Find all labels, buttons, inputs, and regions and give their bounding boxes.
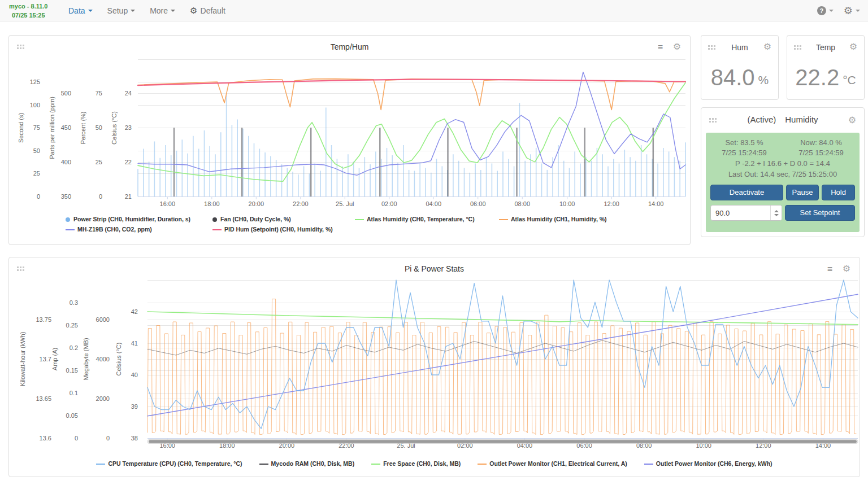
measurement-value: 84.0 % xyxy=(701,60,778,94)
number-spinner[interactable] xyxy=(770,206,782,220)
temphum-chart-plot[interactable]: 0255075100125Second (s)350400450500Parts… xyxy=(9,36,690,211)
legend-marker-line xyxy=(371,464,380,465)
spinner-up-icon xyxy=(774,210,779,212)
legend-marker-line xyxy=(66,229,75,230)
widget-hum: Hum ⚙ 84.0 % xyxy=(701,35,779,100)
pid-terms-text: P -2.2 + I 16.6 + D 0.0 = 14.4 xyxy=(706,158,860,169)
hum-value: 84.0 xyxy=(711,65,755,90)
legend-label: CPU Temperature (CPU) (CH0, Temperature,… xyxy=(108,460,242,468)
widget-temphum-chart: Temp/Hum ≡ ⚙ 0255075100125Second (s)3504… xyxy=(8,35,691,245)
spinner-down-icon xyxy=(774,214,779,216)
svg-text:24: 24 xyxy=(125,90,132,97)
svg-text:50: 50 xyxy=(96,124,102,131)
legend-item[interactable]: PID Hum (Setpoint) (CH0, Humidity, %) xyxy=(212,225,333,234)
set-setpoint-button[interactable]: Set Setpoint xyxy=(785,205,855,221)
legend-item[interactable]: Mycodo RAM (CH0, Disk, MB) xyxy=(259,460,355,468)
gear-icon[interactable]: ⚙ xyxy=(849,42,857,51)
svg-text:Second (s): Second (s) xyxy=(18,113,24,143)
svg-text:25: 25 xyxy=(33,170,40,177)
settings-menu[interactable]: ⚙ xyxy=(844,6,860,16)
top-navbar: myco - 8.11.0 07/25 15:25 Data Setup Mor… xyxy=(0,0,868,21)
svg-text:18:00: 18:00 xyxy=(204,200,220,207)
pid-setpoint-text: Set: 83.5 % xyxy=(706,138,783,148)
svg-text:Celsius (°C): Celsius (°C) xyxy=(111,111,118,145)
chevron-down-icon xyxy=(88,10,93,12)
temp-value: 22.2 xyxy=(795,65,839,90)
nav-item-label: Default xyxy=(201,6,225,15)
svg-text:21: 21 xyxy=(125,193,132,200)
legend-marker-line xyxy=(96,464,105,465)
legend-marker-line xyxy=(499,219,508,220)
svg-text:40: 40 xyxy=(131,372,138,378)
nav-item-more[interactable]: More xyxy=(142,6,183,15)
chart-legend: CPU Temperature (CPU) (CH0, Temperature,… xyxy=(9,460,860,470)
chevron-down-icon xyxy=(829,10,834,12)
svg-text:0: 0 xyxy=(106,435,110,442)
svg-text:16:00: 16:00 xyxy=(160,200,176,207)
gear-icon[interactable]: ⚙ xyxy=(763,42,771,51)
legend-item[interactable]: Fan (CH0, Duty Cycle, %) xyxy=(212,215,355,224)
deactivate-button[interactable]: Deactivate xyxy=(710,185,783,200)
legend-marker-line xyxy=(355,219,364,220)
legend-label: PID Hum (Setpoint) (CH0, Humidity, %) xyxy=(224,225,333,234)
svg-text:02:00: 02:00 xyxy=(381,200,397,207)
widget-pid-humidity: (Active)Humidity ⚙ Set: 83.5 % Now: 84.0… xyxy=(701,107,865,237)
legend-label: Outlet Power Monitor (CH6, Energy, kWh) xyxy=(656,460,772,468)
legend-label: Outlet Power Monitor (CH1, Electrical Cu… xyxy=(489,460,627,468)
legend-item[interactable]: MH-Z19B (CH0, CO2, ppm) xyxy=(66,225,212,234)
svg-text:14:00: 14:00 xyxy=(648,200,664,207)
legend-item[interactable]: Atlas Humidity (CH1, Humidity, %) xyxy=(499,215,607,224)
legend-item[interactable]: Atlas Humidity (CH0, Temperature, °C) xyxy=(355,215,499,224)
svg-text:20:00: 20:00 xyxy=(249,200,264,207)
legend-item[interactable]: Outlet Power Monitor (CH1, Electrical Cu… xyxy=(478,460,627,468)
svg-text:2000: 2000 xyxy=(96,395,110,402)
svg-text:04:00: 04:00 xyxy=(426,200,441,207)
legend-item[interactable]: CPU Temperature (CPU) (CH0, Temperature,… xyxy=(96,460,242,468)
svg-text:22:00: 22:00 xyxy=(293,200,309,207)
legend-item[interactable]: Free Space (CH0, Disk, MB) xyxy=(371,460,461,468)
legend-label: Atlas Humidity (CH0, Temperature, °C) xyxy=(367,215,475,224)
svg-text:39: 39 xyxy=(131,403,138,410)
help-menu[interactable]: ? xyxy=(817,6,834,15)
gear-icon: ⚙ xyxy=(844,6,853,16)
nav-item-setup[interactable]: Setup xyxy=(100,6,143,15)
svg-text:06:00: 06:00 xyxy=(470,200,486,207)
chevron-down-icon xyxy=(131,10,135,12)
pid-now-time: 7/25 15:24:59 xyxy=(783,148,860,158)
svg-text:23: 23 xyxy=(125,124,132,131)
gear-icon: ⚙ xyxy=(190,6,197,16)
nav-item-default-dashboard[interactable]: ⚙ Default xyxy=(183,6,233,16)
svg-text:0.15: 0.15 xyxy=(66,367,78,374)
svg-text:08:00: 08:00 xyxy=(514,200,530,207)
legend-item[interactable]: Outlet Power Monitor (CH6, Energy, kWh) xyxy=(644,460,772,468)
svg-text:Celsius (°C): Celsius (°C) xyxy=(115,343,122,376)
legend-marker-line xyxy=(212,229,222,230)
svg-text:Kilowatt-hour (kWh): Kilowatt-hour (kWh) xyxy=(19,332,26,387)
svg-text:500: 500 xyxy=(61,90,71,97)
svg-text:0.05: 0.05 xyxy=(66,412,78,419)
svg-text:0: 0 xyxy=(37,193,40,200)
nav-item-data[interactable]: Data xyxy=(61,6,100,15)
hold-button[interactable]: Hold xyxy=(822,185,855,200)
svg-text:22: 22 xyxy=(125,159,132,165)
svg-text:25. Jul: 25. Jul xyxy=(336,200,354,207)
measurement-value: 22.2 °C xyxy=(787,60,864,94)
legend-marker-dot xyxy=(212,217,217,222)
svg-text:50: 50 xyxy=(33,147,40,154)
svg-text:Percent (%): Percent (%) xyxy=(80,111,86,144)
svg-text:0: 0 xyxy=(99,193,102,200)
svg-text:350: 350 xyxy=(61,193,71,200)
legend-item[interactable]: Power Strip (CH0, Humidifier, Duration, … xyxy=(66,215,212,224)
gear-icon[interactable]: ⚙ xyxy=(848,116,856,125)
svg-text:75: 75 xyxy=(33,124,40,131)
legend-marker-line xyxy=(644,464,653,465)
pause-button[interactable]: Pause xyxy=(786,185,819,200)
brand-logo[interactable]: myco - 8.11.0 07/25 15:25 xyxy=(9,2,48,20)
pid-title: Humidity xyxy=(785,115,818,124)
svg-text:Amp (A): Amp (A) xyxy=(51,348,58,370)
pistats-chart-plot[interactable]: 13.613.6513.713.75Kilowatt-hour (kWh)00.… xyxy=(9,257,860,456)
nav-right-icons: ? ⚙ xyxy=(817,0,860,21)
legend-marker-line xyxy=(259,464,268,465)
chart-legend: Power Strip (CH0, Humidifier, Duration, … xyxy=(9,215,690,235)
legend-label: Mycodo RAM (CH0, Disk, MB) xyxy=(271,460,355,468)
